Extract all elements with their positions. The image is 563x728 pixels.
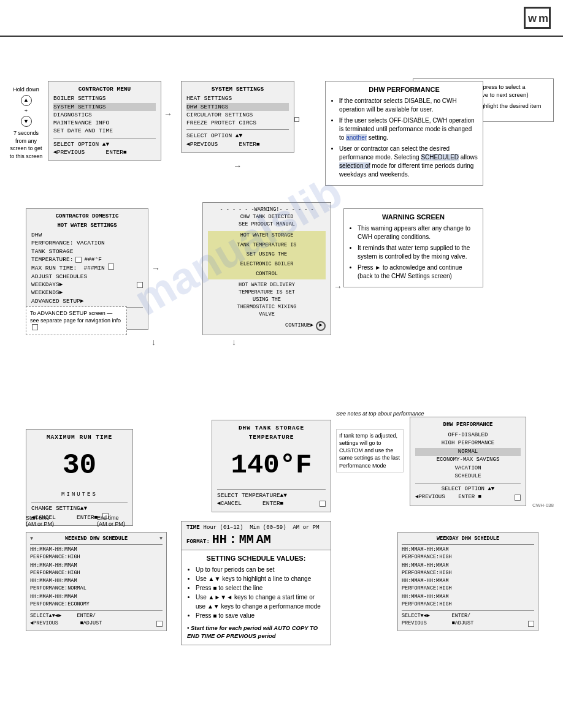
perf-note-label: See notes at top about performance bbox=[336, 411, 526, 417]
perf-high: HIGH PERFORMANCE bbox=[415, 439, 521, 448]
time-colon: : bbox=[229, 533, 237, 547]
contractor-menu-title: CONTRACTOR MENU bbox=[53, 85, 156, 93]
warning-line1: CHW TANK DETECTED bbox=[208, 214, 326, 221]
warning-line3: HOT WATER STORAGE bbox=[208, 231, 326, 241]
warning-dashes: - - - - - -WARNING!- - - - - - bbox=[208, 207, 326, 214]
dhw-temp-connector bbox=[75, 257, 82, 263]
dhw-tank-footer1: SELECT TEMPERATURE▲▼ bbox=[217, 489, 326, 499]
warning-line12: VALVE bbox=[208, 311, 326, 319]
max-run-value: 30 bbox=[31, 446, 128, 485]
dhw-performance-info: DHW PERFORMANCE If the contractor select… bbox=[325, 81, 483, 186]
weekday-sched-screen: WEEKDAY DHW SCHEDULE HH:MMAM-HH:MMAM PER… bbox=[397, 532, 538, 631]
arrow-dhw-warn: → bbox=[151, 264, 160, 273]
ss-circ: CIRCULATOR SETTINGS bbox=[186, 111, 289, 119]
sched-bullet2: Use ▲▼ keys to highlight a line to chang… bbox=[196, 574, 325, 583]
perf-connector bbox=[515, 495, 521, 501]
sched-italic-note: • Start time for each period will AUTO C… bbox=[187, 624, 325, 640]
dhw-adjust: ADJUST SCHEDULES bbox=[31, 273, 143, 281]
dhw-run-connector bbox=[108, 264, 114, 270]
plus-label: + bbox=[9, 107, 43, 115]
end-time-label: End time(AM or PM) bbox=[97, 515, 125, 527]
advanced-setup-text: To ADVANCED SETUP screen — see separate … bbox=[30, 310, 121, 324]
system-settings-title: SYSTEM SETTINGS bbox=[186, 85, 289, 93]
max-run-unit: MINUTES bbox=[31, 491, 128, 499]
menu-maint: MAINTENANCE INFO bbox=[53, 119, 156, 127]
warning-line5: SET USING THE bbox=[208, 250, 326, 260]
weekend-row4-perf: PERFORMANCE:ECONOMY bbox=[30, 601, 163, 609]
warning-bullet1: This warning appears after any change to… bbox=[358, 224, 478, 241]
dhw-weekends: WEEKENDS► bbox=[31, 289, 143, 297]
dhw-title2: HOT WATER SETTINGS bbox=[31, 222, 143, 230]
weekend-row3-perf: PERFORMANCE:NORMAL bbox=[30, 585, 163, 593]
weekday-sched-title: WEEKDAY DHW SCHEDULE bbox=[402, 536, 534, 545]
weekend-footer1: SELECT▲▼◄► ENTER/ bbox=[30, 610, 163, 620]
dhw-perf-screen: DHW PERFORMANCE OFF-DISABLED HIGH PERFOR… bbox=[410, 417, 526, 506]
dhw-wd-conn bbox=[137, 282, 143, 288]
warning-line10: USING THE bbox=[208, 297, 326, 304]
down-arrow-circle: ▼ bbox=[21, 116, 32, 127]
setting-sched-box: SETTING SCHEDULE VALUES: Up to four peri… bbox=[181, 550, 331, 645]
format-label: FORMAT: bbox=[186, 539, 210, 545]
up-arrow-circle: ▲ bbox=[21, 95, 32, 106]
dhw-tank-label: TANK STORAGE bbox=[31, 248, 143, 256]
dhw-perf-bullet2: If the user selects OFF-DISABLE, CWH ope… bbox=[339, 116, 478, 142]
weekday-row4-perf: PERFORMANCE:HIGH bbox=[402, 601, 534, 609]
warning-line2: SEE PRODUCT MANUAL bbox=[208, 221, 326, 229]
weekend-row2-time: HH:MMAM-HH:MMAM bbox=[30, 563, 163, 570]
arrow-warn-info: → bbox=[334, 282, 342, 292]
warning-line6: ELECTRONIC BOILER bbox=[208, 260, 326, 270]
perf-footer1: SELECT OPTION ▲▼ bbox=[415, 483, 521, 494]
dhw-weekdays: WEEKDAYS► bbox=[31, 281, 143, 289]
ss-footer1: SELECT OPTION ▲▼ bbox=[186, 129, 289, 140]
perf-off: OFF-DISABLED bbox=[415, 431, 521, 440]
top-bar: w m bbox=[0, 0, 563, 37]
weekend-row3-time: HH:MMAM-HH:MMAM bbox=[30, 578, 163, 585]
dhw-perf-bullet1: If the contractor selects DISABLE, no CW… bbox=[339, 97, 478, 114]
contractor-menu-screen: CONTRACTOR MENU BOILER SETTINGS SYSTEM S… bbox=[48, 81, 161, 161]
warning-line11: THERMOSTATIC MIXING bbox=[208, 304, 326, 311]
tank-note-text: If tank temp is adjusted, settings will … bbox=[336, 429, 404, 472]
weekend-sched-title: ▼ WEEKEND DHW SCHEDULE ▼ bbox=[30, 536, 163, 545]
sched-bullet1: Up to four periods can be set bbox=[196, 565, 325, 574]
max-run-footer1: CHANGE SETTING▲▼ bbox=[31, 502, 128, 512]
weekday-row1-time: HH:MMAM-HH:MMAM bbox=[402, 547, 534, 554]
weekday-row3-perf: PERFORMANCE:HIGH bbox=[402, 585, 534, 593]
adv-connector bbox=[32, 324, 38, 330]
tank-connector-box bbox=[320, 501, 326, 507]
ss-freeze: FREEZE PROTECT CIRCS bbox=[186, 119, 289, 127]
setting-sched-title: SETTING SCHEDULE VALUES: bbox=[187, 555, 325, 562]
dhw-tank-storage-screen: DHW TANK STORAGE TEMPERATURE 140°F SELEC… bbox=[212, 420, 331, 512]
max-run-title: MAXIMUM RUN TIME bbox=[31, 433, 128, 441]
weekday-row2-time: HH:MMAM-HH:MMAM bbox=[402, 563, 534, 570]
ss-footer2: ◄PREVIOUS ENTER■ bbox=[186, 140, 289, 148]
warning-continue: CONTINUE► ► bbox=[208, 321, 326, 331]
menu-diag: DIAGNOSTICS bbox=[53, 111, 156, 119]
seconds-label: 7 seconds from any screen to get to this… bbox=[9, 129, 43, 160]
perf-normal: NORMAL bbox=[415, 448, 521, 457]
time-mm: MM bbox=[239, 533, 254, 547]
menu-footer2: ◄PREVIOUS ENTER■ bbox=[53, 148, 156, 156]
arrow-cm-ss: → bbox=[164, 109, 172, 119]
menu-date: SET DATE AND TIME bbox=[53, 127, 156, 135]
time-setting-area: TIME Hour (01–12) Min (00–59) AM or PM F… bbox=[181, 521, 331, 645]
arrow-tank-down: ↓ bbox=[232, 337, 236, 347]
start-time-label: Start time(AM or PM) bbox=[26, 515, 54, 527]
time-display: HH bbox=[212, 533, 227, 547]
warning-line4: TANK TEMPERATURE IS bbox=[208, 241, 326, 251]
ss-dhw: DHW SETTINGS bbox=[186, 103, 289, 111]
logo: w m bbox=[524, 7, 551, 29]
perf-eco: ECONOMY-MAX SAVINGS bbox=[415, 456, 521, 464]
dhw-tank-footer2: ◄CANCEL ENTER■ bbox=[217, 499, 326, 507]
connector-ss-right bbox=[294, 117, 299, 122]
sched-bullet3: Press ■ to select the line bbox=[196, 583, 325, 593]
warning-info-box: WARNING SCREEN This warning appears afte… bbox=[343, 208, 483, 287]
menu-boiler: BOILER SETTINGS bbox=[53, 94, 156, 102]
tank-note-box: If tank temp is adjusted, settings will … bbox=[336, 429, 404, 472]
cwh-label: CWH-038 bbox=[532, 502, 554, 508]
ss-heat: HEAT SETTINGS bbox=[186, 94, 289, 102]
weekend-connector bbox=[156, 621, 163, 627]
dhw-tank-value: 140°F bbox=[217, 447, 326, 485]
weekday-row1-perf: PERFORMANCE:HIGH bbox=[402, 554, 534, 561]
time-format-box: TIME Hour (01–12) Min (00–59) AM or PM F… bbox=[181, 521, 331, 550]
perf-sched: SCHEDULE bbox=[415, 472, 521, 481]
